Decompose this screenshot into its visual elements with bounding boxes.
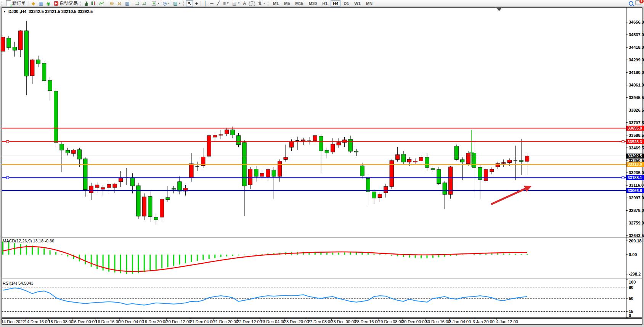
bar-chart-mode-button[interactable] xyxy=(84,0,90,6)
timeframe-d1-button[interactable]: D1 xyxy=(341,0,351,6)
zoom-out-button[interactable]: ⊖ xyxy=(116,0,123,6)
chart-shift-button[interactable]: ⇉ xyxy=(133,0,140,6)
timeframe-m5-button[interactable]: M5 xyxy=(282,0,292,6)
search-button[interactable] xyxy=(627,0,635,6)
toolbar-grip[interactable] xyxy=(268,1,270,6)
search-icon xyxy=(629,1,633,6)
vertical-line-icon: │ xyxy=(204,1,207,6)
signals-button[interactable]: ◉ xyxy=(45,0,52,6)
candle-body xyxy=(366,178,370,192)
candle-body xyxy=(337,143,340,145)
time-tick-label: 3 Jan 04:00 xyxy=(449,319,471,324)
timeframe-h4-button[interactable]: H4 xyxy=(331,0,340,6)
candle-body xyxy=(384,186,388,193)
notifications-button[interactable]: 1 xyxy=(635,0,641,6)
chevron-down-icon: ▾ xyxy=(168,2,170,5)
vertical-line-tool-button[interactable]: │ xyxy=(202,0,208,6)
price-tick-label: 34061.0 xyxy=(629,83,644,87)
line-handle[interactable] xyxy=(6,141,9,143)
candle-body xyxy=(54,91,58,143)
line-handle[interactable] xyxy=(622,141,624,143)
horizontal-line-tool-button[interactable]: ─ xyxy=(209,0,215,6)
price-line-badge-text: 33528.3 xyxy=(628,139,642,144)
candle-body xyxy=(472,153,476,168)
equidistant-channel-tool-button[interactable]: ≡ E xyxy=(222,0,230,6)
auto-scroll-icon: ⇄ xyxy=(142,1,146,6)
candle-body xyxy=(342,140,346,143)
arrows-tool-button[interactable]: ⇅ ▾ xyxy=(257,0,267,6)
toolbar-grip[interactable] xyxy=(80,1,82,6)
macd-axis-label: -298.2 xyxy=(629,272,641,276)
time-tick-label: 28 Dec 00:00 xyxy=(331,319,356,324)
auto-scroll-button[interactable]: ⇄ xyxy=(141,0,148,6)
timeframe-m15-button[interactable]: M15 xyxy=(293,0,305,6)
trendline-tool-button[interactable]: ╱ xyxy=(215,0,221,6)
signals-icon: ◉ xyxy=(47,1,50,6)
auto-trading-label: 自动交易 xyxy=(59,0,78,6)
time-tick-label: 16 Dec 16:00 xyxy=(95,319,120,324)
fibonacci-tool-button[interactable]: ▤ F xyxy=(231,0,241,6)
notification-count-badge: 1 xyxy=(639,0,644,3)
time-tick-label: 23 Dec 04:00 xyxy=(260,319,285,324)
market-watch-icon: ▦ xyxy=(39,1,43,6)
new-order-button[interactable]: 新订单 xyxy=(5,0,27,6)
line-handle[interactable] xyxy=(6,176,9,179)
time-tick-label: 22 Dec 12:00 xyxy=(237,319,262,324)
candle-body xyxy=(36,60,40,64)
candle-body xyxy=(413,161,417,162)
price-line-badge-text: 33655.0 xyxy=(628,126,642,130)
price-tick-label: 33350.5 xyxy=(629,158,644,163)
market-watch-button[interactable]: ▦ xyxy=(37,0,44,6)
candle-body xyxy=(289,142,293,147)
timeframe-mn-button[interactable]: MN xyxy=(364,0,375,6)
toolbar-grip[interactable] xyxy=(2,1,3,6)
candle-body xyxy=(154,217,158,220)
candle-body xyxy=(60,144,64,150)
candle-body xyxy=(101,188,105,189)
window-bottom-edge xyxy=(0,325,644,327)
crosshair-tool-button[interactable]: + xyxy=(193,0,199,6)
timeframe-m30-button[interactable]: M30 xyxy=(307,0,319,6)
timeframe-w1-button[interactable]: W1 xyxy=(352,0,363,6)
price-line-badge-text: 33188.1 xyxy=(628,175,642,180)
templates-button[interactable]: ▨ ▾ xyxy=(172,0,182,6)
chart-canvas[interactable]: 33655.033528.333392.533313.033188.133066… xyxy=(0,0,644,327)
candle-body xyxy=(225,130,228,134)
line-chart-mode-button[interactable] xyxy=(97,0,106,6)
tile-windows-button[interactable]: ▥ xyxy=(124,0,131,6)
price-tick-label: 33235.0 xyxy=(629,170,644,175)
window-right-edge xyxy=(642,7,644,327)
candle-body xyxy=(72,150,75,154)
time-tick-label: 21 Dec 20:00 xyxy=(213,319,238,324)
periods-button[interactable]: ◷ ▾ xyxy=(161,0,171,6)
arrows-tool-icon: ⇅ xyxy=(258,1,262,6)
timeframe-m1-button[interactable]: M1 xyxy=(271,0,281,6)
time-tick-label: 21 Dec 04:00 xyxy=(190,319,215,324)
indicators-button[interactable]: + ▾ xyxy=(150,0,161,6)
chart-ohlc-values: 33342.5 33421.5 33210.5 33392.5 xyxy=(29,9,93,14)
candlestick-mode-button[interactable] xyxy=(90,0,97,6)
cursor-tool-button[interactable]: ↖ xyxy=(186,0,193,6)
candle-body xyxy=(419,157,423,161)
timeframe-h1-button[interactable]: H1 xyxy=(320,0,330,6)
macd-axis-label: 0.00 xyxy=(629,252,637,257)
candle-body xyxy=(7,38,11,48)
candle-body xyxy=(313,136,317,141)
candle-body xyxy=(236,136,240,145)
candle-body xyxy=(502,163,506,164)
auto-trading-button[interactable]: ▶ 自动交易 xyxy=(52,0,79,6)
zoom-in-button[interactable]: ⊕ xyxy=(108,0,116,6)
text-label-tool-button[interactable]: T xyxy=(248,0,256,6)
candle-body xyxy=(443,183,446,195)
candle-body xyxy=(454,146,458,160)
line-handle[interactable] xyxy=(622,176,624,179)
metaeditor-button[interactable]: ◆ xyxy=(30,0,37,6)
fibonacci-icon: ▤ xyxy=(232,1,236,6)
price-tick-label: 32878.0 xyxy=(629,208,644,213)
candle-body xyxy=(395,155,399,160)
candle-body xyxy=(31,60,34,76)
price-tick-label: 34180.0 xyxy=(629,70,644,75)
collapse-ohlc-toggle[interactable]: ▼ xyxy=(3,10,6,13)
text-tool-button[interactable]: A xyxy=(241,0,247,6)
toolbar-grip[interactable] xyxy=(183,1,185,6)
